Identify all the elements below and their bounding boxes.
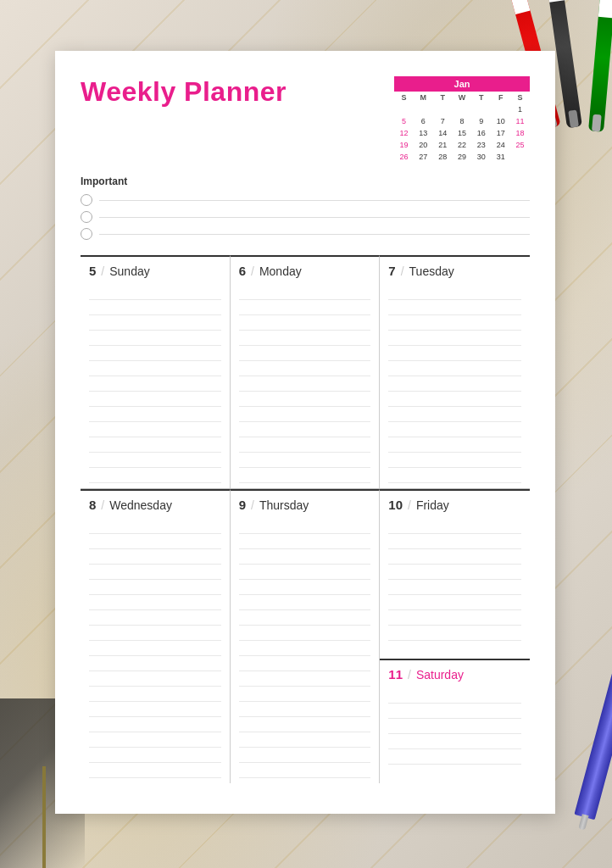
cal-header-f: F: [491, 92, 510, 103]
calendar-month: Jan: [394, 76, 530, 92]
saturday-cell: 11 / Saturday: [380, 659, 530, 783]
thursday-lines: [239, 519, 371, 778]
cal-day-20: 20: [414, 139, 433, 151]
monday-lines: [239, 285, 371, 483]
sunday-lines: [89, 285, 221, 483]
cal-day: [491, 103, 510, 115]
monday-name: Monday: [259, 264, 302, 278]
important-item-3: [81, 228, 530, 240]
important-item-1: [81, 194, 530, 206]
friday-number: 10: [388, 498, 403, 512]
checkbox-line-2: [99, 217, 530, 218]
cal-day-6: 6: [414, 115, 433, 127]
cal-header-t1: T: [433, 92, 453, 103]
sunday-header: 5 / Sunday: [89, 264, 221, 278]
cal-day: [414, 103, 433, 115]
thursday-number: 9: [239, 498, 246, 512]
wednesday-cell: 8 / Wednesday: [81, 489, 231, 783]
friday-slash: /: [408, 498, 411, 512]
cal-header-t2: T: [471, 92, 491, 103]
friday-cell: 10 / Friday: [380, 489, 530, 659]
cal-header-s2: S: [510, 92, 530, 103]
cal-day-15: 15: [453, 127, 472, 139]
planner-paper: Weekly Planner Jan S M T W T F S 1: [55, 51, 555, 814]
cal-day-24: 24: [491, 139, 510, 151]
cal-day-31: 31: [491, 151, 510, 163]
monday-header: 6 / Monday: [239, 264, 371, 278]
important-label: Important: [81, 175, 530, 187]
thursday-cell: 9 / Thursday: [231, 489, 381, 783]
wednesday-name: Wednesday: [109, 498, 172, 512]
saturday-header: 11 / Saturday: [388, 667, 521, 682]
thursday-name: Thursday: [259, 498, 309, 512]
cal-day-1: 1: [510, 103, 530, 115]
thursday-header: 9 / Thursday: [239, 498, 371, 512]
planner-title: Weekly Planner: [81, 76, 287, 108]
sunday-cell: 5 / Sunday: [81, 255, 231, 488]
cal-header-w: W: [453, 92, 472, 103]
cal-header-m: M: [414, 92, 433, 103]
tuesday-lines: [388, 285, 521, 483]
sunday-slash: /: [101, 264, 104, 278]
cal-day-9: 9: [471, 115, 491, 127]
cal-day-18: 18: [510, 127, 530, 139]
checkbox-line-3: [99, 234, 530, 235]
thursday-slash: /: [251, 498, 254, 512]
cal-day-25: 25: [510, 139, 530, 151]
checkbox-3[interactable]: [81, 228, 92, 240]
sunday-number: 5: [89, 264, 96, 278]
tuesday-slash: /: [401, 264, 404, 278]
important-section: Important: [81, 175, 530, 240]
cal-day-10: 10: [491, 115, 510, 127]
green-marker: [588, 0, 612, 132]
days-row-2: 8 / Wednesday: [81, 489, 530, 783]
cal-day-7: 7: [433, 115, 453, 127]
monday-number: 6: [239, 264, 246, 278]
wednesday-number: 8: [89, 498, 96, 512]
important-item-2: [81, 211, 530, 223]
cal-day-21: 21: [433, 139, 453, 151]
tuesday-name: Tuesday: [409, 264, 454, 278]
wednesday-lines: [89, 519, 221, 778]
planner-header: Weekly Planner Jan S M T W T F S 1: [81, 76, 530, 163]
cal-day-5: 5: [394, 115, 414, 127]
friday-saturday-column: 10 / Friday 11 /: [380, 489, 530, 783]
calendar-grid: S M T W T F S 1 5 6 7 8 9: [394, 92, 530, 163]
saturday-lines: [388, 688, 521, 765]
cal-day-19: 19: [394, 139, 414, 151]
saturday-name: Saturday: [416, 668, 464, 682]
cal-day-23: 23: [471, 139, 491, 151]
monday-cell: 6 / Monday: [231, 255, 381, 488]
days-row-1: 5 / Sunday 6 / Monday: [81, 255, 530, 489]
cal-day-27: 27: [414, 151, 433, 163]
cal-day-26: 26: [394, 151, 414, 163]
cal-day: [471, 103, 491, 115]
cal-day: [394, 103, 414, 115]
sunday-name: Sunday: [109, 264, 149, 278]
cal-day-13: 13: [414, 127, 433, 139]
cal-day-16: 16: [471, 127, 491, 139]
wednesday-header: 8 / Wednesday: [89, 498, 221, 512]
saturday-slash: /: [408, 668, 411, 682]
friday-header: 10 / Friday: [388, 498, 521, 512]
checkbox-1[interactable]: [81, 194, 92, 206]
monday-slash: /: [251, 264, 254, 278]
cal-day-8: 8: [453, 115, 472, 127]
cal-day: [433, 103, 453, 115]
cal-day: [453, 103, 472, 115]
wednesday-slash: /: [101, 498, 104, 512]
cal-day-30: 30: [471, 151, 491, 163]
mini-calendar: Jan S M T W T F S 1 5 6: [394, 76, 530, 163]
cal-day-17: 17: [491, 127, 510, 139]
checkbox-line-1: [99, 200, 530, 201]
days-section: 5 / Sunday 6 / Monday: [81, 255, 530, 783]
cal-day-14: 14: [433, 127, 453, 139]
tuesday-header: 7 / Tuesday: [388, 264, 521, 278]
cal-day-29: 29: [453, 151, 472, 163]
tuesday-cell: 7 / Tuesday: [380, 255, 530, 488]
cal-header-s1: S: [394, 92, 414, 103]
cal-day-22: 22: [453, 139, 472, 151]
friday-name: Friday: [416, 498, 449, 512]
cal-day-12: 12: [394, 127, 414, 139]
checkbox-2[interactable]: [81, 211, 92, 223]
